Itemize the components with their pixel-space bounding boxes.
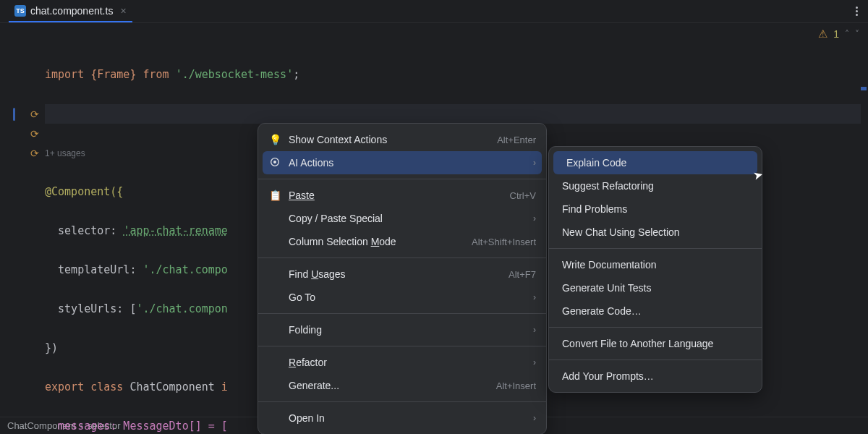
tab-filename: chat.component.ts [30, 5, 113, 17]
chevron-right-icon: › [533, 413, 536, 423]
menu-separator [549, 327, 762, 328]
menu-item-suggest-refactoring[interactable]: Suggest Refactoring [549, 174, 762, 197]
menu-item-copy-paste-special[interactable]: Copy / Paste Special › [258, 207, 546, 230]
menu-item-add-prompts[interactable]: Add Your Prompts… [549, 365, 762, 388]
menu-item-ai-actions[interactable]: AI Actions › [263, 151, 542, 174]
warning-icon: ⚠ [818, 27, 827, 41]
menu-item-convert-file[interactable]: Convert File to Another Language [549, 332, 762, 355]
menu-item-explain-code[interactable]: Explain Code [553, 151, 757, 174]
gutter: ⟳ ⟳ ⟳ [0, 23, 45, 417]
svg-point-1 [273, 161, 276, 163]
tab-more-menu-icon[interactable] [856, 7, 858, 16]
chevron-right-icon: › [533, 292, 536, 302]
menu-item-context-actions[interactable]: 💡 Show Context Actions Alt+Enter [258, 128, 546, 151]
gutter-reload-icon[interactable]: ⟳ [30, 148, 39, 159]
menu-separator [549, 359, 762, 360]
menu-item-folding[interactable]: Folding › [258, 318, 546, 341]
menu-item-go-to[interactable]: Go To › [258, 286, 546, 309]
menu-item-generate-code[interactable]: Generate Code… [549, 299, 762, 323]
menu-item-write-documentation[interactable]: Write Documentation [549, 253, 762, 276]
gutter-reload-icon[interactable]: ⟳ [30, 109, 39, 120]
chevron-right-icon: › [533, 213, 536, 224]
menu-item-find-usages[interactable]: Find Usages Alt+F7 [258, 263, 546, 286]
clipboard-icon: 📋 [268, 190, 281, 201]
menu-separator [258, 346, 546, 346]
lightbulb-icon: 💡 [268, 134, 281, 145]
menu-separator [258, 258, 546, 258]
chevron-right-icon: › [533, 357, 536, 367]
menu-item-open-in[interactable]: Open In › [258, 407, 546, 430]
prev-problem-icon[interactable]: ˄ [845, 29, 849, 39]
menu-separator [549, 248, 762, 249]
chevron-right-icon: › [533, 158, 536, 168]
usages-hint[interactable]: 1+ usages [45, 148, 85, 158]
next-problem-icon[interactable]: ˅ [855, 29, 859, 39]
tab-bar: TS chat.component.ts × [0, 0, 868, 23]
menu-separator [258, 313, 546, 314]
gutter-reload-icon[interactable]: ⟳ [30, 128, 39, 140]
warning-count: 1 [833, 28, 839, 40]
file-tab[interactable]: TS chat.component.ts × [9, 0, 132, 22]
scrollbar-marker [861, 87, 867, 90]
menu-separator [258, 179, 546, 179]
menu-item-column-selection[interactable]: Column Selection Mode Alt+Shift+Insert [258, 230, 546, 253]
ai-actions-submenu: Explain Code Suggest Refactoring Find Pr… [548, 146, 762, 393]
chevron-right-icon: › [533, 325, 536, 335]
inspection-widget[interactable]: ⚠ 1 ˄ ˅ [818, 27, 859, 41]
context-menu: 💡 Show Context Actions Alt+Enter AI Acti… [258, 123, 547, 434]
ai-icon [268, 156, 281, 170]
close-tab-icon[interactable]: × [120, 5, 126, 17]
menu-separator [258, 401, 546, 402]
menu-item-paste[interactable]: 📋 Paste Ctrl+V [258, 184, 546, 207]
typescript-file-icon: TS [14, 5, 26, 17]
menu-item-generate-unit-tests[interactable]: Generate Unit Tests [549, 276, 762, 299]
menu-item-generate[interactable]: Generate... Alt+Insert [258, 374, 546, 397]
menu-item-find-problems[interactable]: Find Problems [549, 197, 762, 221]
menu-item-new-chat-selection[interactable]: New Chat Using Selection [549, 221, 762, 244]
menu-item-refactor[interactable]: Refactor › [258, 351, 546, 374]
